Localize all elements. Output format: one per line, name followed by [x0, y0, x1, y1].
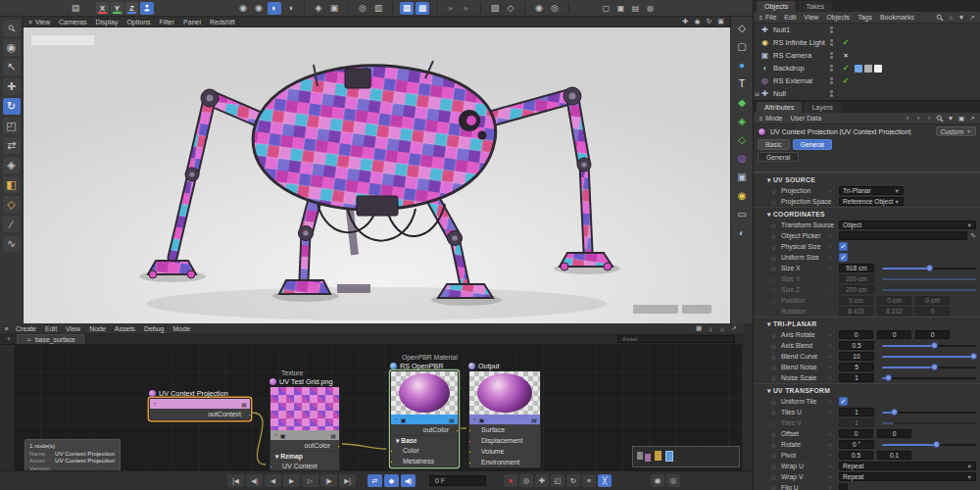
- filter-icon[interactable]: ▼: [956, 13, 966, 22]
- add-tab-icon[interactable]: ＋: [4, 334, 13, 343]
- group-header-tri-planar[interactable]: ▾ TRI-PLANAR: [754, 317, 980, 329]
- node-image-icon[interactable]: ▣: [280, 432, 286, 439]
- keyframe-dot-icon[interactable]: ○: [828, 332, 832, 338]
- magnifier-icon[interactable]: [3, 20, 21, 36]
- object-tags[interactable]: [855, 65, 882, 73]
- viewport-menu-redshift[interactable]: Redshift: [210, 19, 235, 25]
- node-solo-icon[interactable]: ▣: [479, 416, 485, 423]
- group-header-uv-source[interactable]: ▾ UV SOURCE: [754, 172, 980, 185]
- node-rs-openpbr[interactable]: OpenPBR Material RS OpenPBR ◔▣▤ outColor…: [390, 353, 459, 467]
- node-editor-burger-icon[interactable]: ≡: [2, 324, 12, 332]
- node-menu-view[interactable]: View: [66, 325, 80, 332]
- sphere-primitive-icon[interactable]: ●: [734, 58, 750, 72]
- mode-button-general[interactable]: General: [793, 139, 832, 150]
- previous-frame-button[interactable]: ◀: [265, 474, 281, 487]
- object-row-rs-external[interactable]: ◎RS External✓: [754, 74, 980, 87]
- live-selection-icon[interactable]: ◉: [3, 39, 21, 56]
- viewport-3d[interactable]: [24, 27, 730, 323]
- select-wrap-u[interactable]: Repeat▼: [839, 462, 976, 470]
- modeling-tool-icon[interactable]: ◧: [3, 176, 21, 193]
- node-preview-icon[interactable]: ◔: [153, 401, 157, 407]
- checkbox-uniform-size[interactable]: ✓: [839, 253, 848, 262]
- keyframe-dot-icon[interactable]: ○: [828, 188, 832, 194]
- asset-search-input[interactable]: [617, 335, 735, 343]
- tab-attributes[interactable]: Attributes: [757, 102, 802, 113]
- checkbox-flip-u[interactable]: [839, 483, 848, 490]
- keyframe-dot-icon[interactable]: ○: [828, 420, 832, 426]
- node-options-icon[interactable]: ▤: [330, 432, 336, 439]
- object-row-null[interactable]: ⊞✚Null: [754, 87, 980, 100]
- select-transform-source[interactable]: Object▼: [839, 220, 976, 229]
- keyframe-dot-icon[interactable]: ○: [828, 464, 832, 469]
- value-field[interactable]: 0: [915, 307, 950, 316]
- go-to-end-button[interactable]: ▶|: [339, 474, 356, 487]
- keyframe-dot-icon[interactable]: ○: [828, 199, 832, 205]
- object-row-null1[interactable]: ✚Null1: [754, 24, 980, 36]
- node-menu-create[interactable]: Create: [16, 325, 36, 332]
- cloner-icon[interactable]: ◈: [734, 114, 750, 127]
- snap-icon[interactable]: ▦: [400, 2, 414, 15]
- checkbox-physical-size[interactable]: ✓: [839, 242, 848, 251]
- group-header-uv-transform[interactable]: ▾ UV TRANSFORM: [754, 383, 980, 396]
- expand-icon[interactable]: ⊞: [755, 90, 760, 97]
- asset-browser-icon[interactable]: ▣: [327, 2, 341, 15]
- keyframe-dot-icon[interactable]: ○: [828, 266, 832, 271]
- viewport-menu-panel[interactable]: Panel: [183, 19, 201, 25]
- spline-pen-icon[interactable]: ◇: [734, 21, 750, 34]
- z-axis-lock-button[interactable]: Z: [125, 2, 138, 15]
- volume-port[interactable]: [468, 450, 471, 455]
- node-options-icon[interactable]: ▤: [241, 401, 247, 408]
- metalness-port[interactable]: [390, 460, 393, 465]
- autokey-button[interactable]: ◎: [519, 474, 533, 487]
- node-menu-assets[interactable]: Assets: [115, 325, 135, 332]
- value-field[interactable]: 0: [839, 429, 873, 438]
- layout-icon[interactable]: ▤: [69, 2, 82, 15]
- previous-key-button[interactable]: ◀|: [246, 474, 263, 487]
- spline-tool-icon[interactable]: ∿: [3, 235, 21, 252]
- keyframe-dot-icon[interactable]: ○: [828, 287, 832, 293]
- value-field[interactable]: 0: [877, 429, 911, 438]
- node-menu-node[interactable]: Node: [89, 325, 106, 332]
- maximize-view-icon[interactable]: ▣: [715, 18, 726, 26]
- attributes-menu-mode[interactable]: Mode: [765, 115, 783, 122]
- record-button[interactable]: ●: [504, 474, 517, 487]
- value-field[interactable]: 0 °: [839, 440, 874, 449]
- surface-port[interactable]: [468, 428, 471, 433]
- tab-takes[interactable]: Takes: [798, 1, 832, 12]
- value-field[interactable]: 200 cm: [839, 285, 874, 294]
- objects-menu-objects[interactable]: Objects: [826, 14, 850, 21]
- outcolor-port[interactable]: [456, 428, 459, 433]
- keyframe-dot-icon[interactable]: ○: [828, 485, 832, 490]
- floor-object-icon[interactable]: ▭: [734, 207, 750, 220]
- value-field[interactable]: 0 cm: [839, 296, 873, 305]
- scale-record-icon[interactable]: ◰: [551, 474, 564, 487]
- value-field[interactable]: 918 cm: [839, 264, 874, 272]
- uv-context-port[interactable]: [270, 465, 272, 469]
- slider-tiles-v[interactable]: [882, 422, 976, 424]
- external-window-icon[interactable]: ↗: [729, 324, 739, 332]
- modeling-axis-icon[interactable]: [140, 2, 154, 15]
- objects-menu-tags[interactable]: Tags: [858, 14, 872, 21]
- console-icon[interactable]: ▥: [371, 2, 385, 15]
- pointer-icon[interactable]: ↖: [3, 59, 21, 75]
- pen-tool-icon[interactable]: ◇: [3, 196, 21, 213]
- fit-view-icon[interactable]: ↕: [706, 324, 715, 332]
- forward-button[interactable]: ▷: [302, 474, 318, 487]
- group-header-coordinates[interactable]: ▾ COORDINATES: [754, 207, 980, 220]
- visibility-dots[interactable]: [830, 26, 833, 33]
- object-row-backdrop[interactable]: ◖Backdrop✓: [754, 62, 980, 74]
- value-field[interactable]: 0: [915, 330, 950, 339]
- value-field[interactable]: 0: [877, 330, 911, 339]
- slider-rotate[interactable]: [882, 444, 976, 446]
- keyframe-dot-icon[interactable]: ○: [828, 354, 832, 360]
- workplane-lock-icon[interactable]: ▸: [460, 2, 473, 15]
- grid-snap-icon[interactable]: ▩: [416, 2, 429, 15]
- x-axis-lock-button[interactable]: X: [96, 2, 109, 15]
- go-to-start-button[interactable]: |◀: [227, 474, 244, 487]
- rotation-record-icon[interactable]: ↻: [566, 474, 580, 487]
- value-field[interactable]: 0: [839, 330, 873, 339]
- node-graph-canvas[interactable]: UV Context Projection ◔▤ outContext Text…: [14, 345, 742, 470]
- keyframe-dot-icon[interactable]: ○: [828, 233, 832, 239]
- node-solo-icon[interactable]: ▣: [401, 416, 407, 423]
- keyframe-dot-icon[interactable]: ○: [828, 309, 832, 315]
